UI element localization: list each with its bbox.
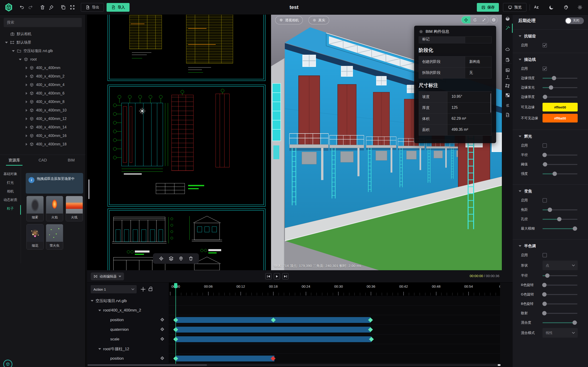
action-select[interactable]: Action 1 bbox=[91, 285, 137, 293]
script-file-icon[interactable] bbox=[505, 112, 510, 118]
playhead-line[interactable] bbox=[175, 287, 176, 364]
expand-caret-icon[interactable] bbox=[91, 300, 94, 302]
engine-badge-icon[interactable] bbox=[3, 360, 12, 367]
move-tool-button[interactable] bbox=[461, 16, 470, 23]
keyframe-diamond-icon[interactable] bbox=[161, 327, 164, 331]
focal-length-slider[interactable] bbox=[543, 209, 578, 210]
edge-thickness-slider[interactable] bbox=[543, 97, 578, 98]
collapse-view-button[interactable] bbox=[479, 16, 488, 23]
collapsed-caret-icon[interactable] bbox=[26, 117, 27, 120]
b-rotate-slider[interactable] bbox=[543, 303, 578, 304]
tree-item-mesh[interactable]: 400_x_400mm_8 bbox=[0, 98, 86, 106]
edge-glow-slider[interactable] bbox=[543, 87, 578, 88]
timeline-scrollbar-end[interactable] bbox=[498, 364, 501, 366]
expand-caret-icon[interactable] bbox=[98, 348, 101, 350]
collapsed-caret-icon[interactable] bbox=[26, 67, 27, 69]
collapsed-caret-icon[interactable] bbox=[26, 100, 27, 103]
tree-item-mesh[interactable]: 400_x_400mm_18 bbox=[0, 140, 86, 148]
track-row-node[interactable]: root/400_x_400mm_2 bbox=[87, 306, 169, 315]
undo-icon[interactable] bbox=[18, 3, 26, 11]
blend-mode-select[interactable]: 线性 bbox=[543, 328, 578, 338]
fullscreen-icon[interactable] bbox=[69, 3, 76, 11]
timeline-scrollbar-thumb[interactable] bbox=[87, 364, 207, 366]
halftone-radius-slider[interactable] bbox=[543, 275, 578, 276]
collapsed-caret-icon[interactable] bbox=[26, 75, 27, 78]
cad-scrollbar[interactable] bbox=[88, 179, 90, 199]
tab-cad[interactable]: CAD bbox=[28, 155, 57, 166]
transform-3d-icon[interactable] bbox=[505, 75, 510, 80]
tree-item-mesh[interactable]: 400_x_400mm_4 bbox=[0, 81, 86, 89]
render-mode-button[interactable]: 真实 bbox=[309, 16, 329, 24]
glow-strength-slider[interactable] bbox=[543, 173, 578, 174]
scatter-slider[interactable] bbox=[543, 313, 578, 314]
tab-bim[interactable]: BIM bbox=[57, 155, 86, 166]
trash-icon[interactable] bbox=[188, 256, 193, 261]
keyframe-bar-position2[interactable] bbox=[176, 356, 275, 361]
skip-end-button[interactable] bbox=[282, 273, 288, 279]
panel-toggle[interactable]: 关闭 bbox=[565, 17, 584, 24]
lane-row[interactable] bbox=[169, 344, 500, 354]
layers-icon[interactable] bbox=[169, 256, 174, 261]
tree-item-mesh[interactable]: 400_x_400mm_14 bbox=[0, 123, 86, 131]
category-dynamic-materials[interactable]: 动态材质 bbox=[0, 196, 21, 204]
delete-icon[interactable] bbox=[39, 3, 46, 11]
category-basic-objects[interactable]: 基础对象 bbox=[0, 170, 21, 178]
lane-row[interactable] bbox=[169, 306, 500, 315]
lane-row[interactable] bbox=[169, 325, 500, 334]
section-caret-icon[interactable] bbox=[519, 59, 521, 60]
expand-caret-icon[interactable] bbox=[5, 42, 8, 43]
track-row-position2[interactable]: position bbox=[87, 354, 169, 363]
outline-enable-checkbox[interactable] bbox=[543, 67, 547, 71]
save-button[interactable]: 保存 bbox=[477, 3, 499, 12]
glow-radius-slider[interactable] bbox=[543, 155, 578, 156]
expand-caret-icon[interactable] bbox=[19, 59, 22, 60]
language-icon[interactable] bbox=[532, 3, 540, 11]
tree-item-mesh[interactable]: 400_x_400mm_6 bbox=[0, 89, 86, 98]
postprocess-wand-icon[interactable] bbox=[505, 25, 510, 31]
tree-item-mesh[interactable]: 400_x_400mm bbox=[0, 64, 86, 72]
location-pin-icon[interactable] bbox=[179, 256, 183, 261]
theme-palette-icon[interactable] bbox=[562, 3, 570, 11]
halftone-enable-checkbox[interactable] bbox=[543, 253, 547, 257]
crop-polygon-icon[interactable] bbox=[505, 83, 510, 89]
lane-row[interactable] bbox=[169, 296, 500, 306]
track-row-quaternion[interactable]: quaternion bbox=[87, 325, 169, 334]
preview-button[interactable]: 预览 bbox=[503, 3, 527, 12]
r-rotate-slider[interactable] bbox=[543, 285, 578, 286]
keyframe-bar-scale[interactable] bbox=[176, 336, 372, 342]
expand-caret-icon[interactable] bbox=[12, 50, 15, 52]
g-rotate-slider[interactable] bbox=[543, 294, 578, 295]
copy-icon[interactable] bbox=[59, 3, 67, 11]
lane-row[interactable] bbox=[169, 334, 500, 344]
tree-item-glb-file[interactable]: 空压站项目.rvt.glb bbox=[0, 47, 86, 55]
collapsed-caret-icon[interactable] bbox=[26, 143, 27, 146]
section-caret-icon[interactable] bbox=[519, 190, 521, 192]
weather-cloud-icon[interactable] bbox=[505, 47, 510, 52]
environment-globe-icon[interactable] bbox=[505, 16, 510, 22]
bim-table-scrollbar[interactable] bbox=[490, 93, 491, 113]
visible-edge-color-button[interactable]: #ffee00 bbox=[543, 103, 578, 111]
glow-enable-checkbox[interactable] bbox=[543, 143, 547, 148]
settings-gear-icon[interactable] bbox=[576, 3, 584, 11]
expand-caret-icon[interactable] bbox=[98, 310, 101, 311]
3d-viewport[interactable]: 透视相机 真实 BIM 构件信息 标记 阶段化 创建的阶段新构造 拆除的阶段无 … bbox=[271, 15, 502, 270]
track-row-position[interactable]: position bbox=[87, 315, 169, 325]
locate-target-icon[interactable] bbox=[159, 256, 164, 261]
track-row-scale[interactable]: scale bbox=[87, 334, 169, 344]
particle-card-firework[interactable]: 烟花 bbox=[26, 224, 44, 250]
camera-mode-button[interactable]: 透视相机 bbox=[275, 16, 303, 24]
lock-icon[interactable] bbox=[149, 288, 152, 291]
category-lights[interactable]: 灯光 bbox=[0, 178, 21, 187]
tree-item-default-camera[interactable]: 默认相机 bbox=[0, 30, 86, 38]
lane-row[interactable] bbox=[169, 315, 500, 325]
keyframe-diamond-icon[interactable] bbox=[161, 318, 164, 322]
edge-strength-slider[interactable] bbox=[543, 78, 578, 79]
keyframe-diamond-icon[interactable] bbox=[161, 337, 164, 341]
tree-item-mesh[interactable]: 400_x_400mm_2 bbox=[0, 72, 86, 81]
keyframe-bar-quaternion[interactable] bbox=[176, 327, 371, 333]
clipboard-history-icon[interactable] bbox=[505, 57, 510, 63]
particle-card-smoke[interactable]: 烟雾 bbox=[26, 196, 44, 221]
blend-amount-slider[interactable] bbox=[543, 322, 578, 323]
paint-icon[interactable] bbox=[47, 3, 55, 11]
particle-card-fireline[interactable]: 火线 bbox=[66, 196, 83, 221]
